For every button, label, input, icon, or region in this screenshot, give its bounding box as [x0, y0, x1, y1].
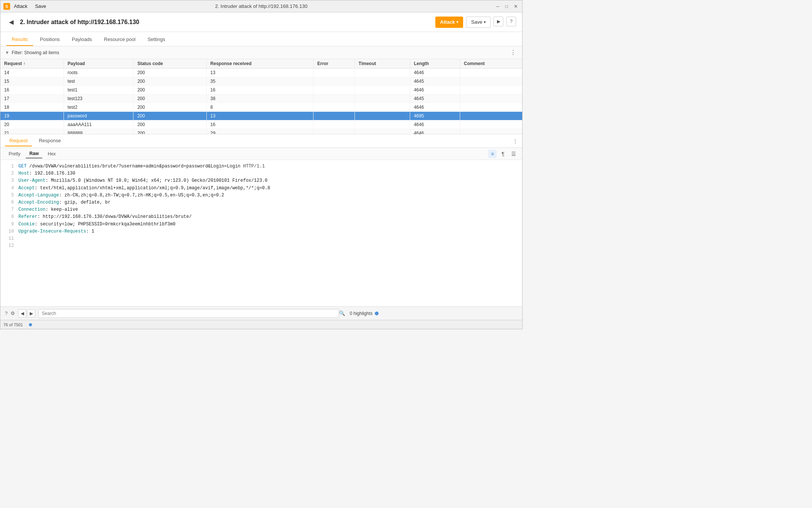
line-content: User-Agent: Mozilla/5.0 (Windows NT 10.0… [18, 177, 518, 184]
table-row[interactable]: 17test123200384645 [0, 94, 522, 103]
table-header-row: Request ↑ Payload Status code Response r… [0, 59, 522, 68]
cell-payload: aaaAAA111 [64, 120, 133, 129]
tab-request[interactable]: Request [5, 135, 32, 146]
status-indicator [29, 323, 32, 326]
table-row[interactable]: 18test220084646 [0, 103, 522, 112]
format-tab-pretty[interactable]: Pretty [5, 150, 24, 158]
search-icon[interactable]: 🔍 [339, 310, 345, 316]
format-tabs: Pretty Raw Hex ≡ ¶ ☰ [0, 148, 522, 160]
table-row[interactable]: 19password200134695 [0, 112, 522, 120]
cell-payload: roots [64, 68, 133, 77]
cell-error [314, 77, 355, 86]
cell-request: 16 [0, 86, 64, 94]
code-line: 4Accept: text/html,application/xhtml+xml… [5, 185, 518, 192]
cell-request: 18 [0, 103, 64, 112]
attack-button[interactable]: Attack ▾ [435, 17, 464, 28]
col-error[interactable]: Error [314, 59, 355, 68]
cell-timeout [354, 112, 410, 120]
table-row[interactable]: 20aaaAAA111200164646 [0, 120, 522, 129]
format-icon-group: ≡ ¶ ☰ [488, 150, 518, 158]
cell-status: 200 [133, 120, 206, 129]
cell-response: 13 [206, 68, 313, 77]
cell-payload: test2 [64, 103, 133, 112]
nav-back-button[interactable]: ◀ [18, 309, 26, 318]
cell-comment [460, 77, 523, 86]
maximize-button[interactable]: □ [503, 3, 510, 10]
line-number: 7 [5, 206, 14, 213]
format-tab-hex[interactable]: Hex [44, 150, 59, 158]
cell-comment [460, 129, 523, 135]
save-button[interactable]: Save ▾ [466, 17, 491, 28]
table-row[interactable]: 21888888200294646 [0, 129, 522, 135]
tab-results[interactable]: Results [6, 33, 33, 46]
col-request[interactable]: Request ↑ [0, 59, 64, 68]
col-status[interactable]: Status code [133, 59, 206, 68]
cell-timeout [354, 86, 410, 94]
cell-request: 19 [0, 112, 64, 120]
help-button[interactable]: ? [506, 17, 516, 26]
help-icon[interactable]: ? [5, 310, 8, 316]
table-body: 14roots20013464615test20035464516test120… [0, 68, 522, 135]
cell-error [314, 120, 355, 129]
cell-timeout [354, 120, 410, 129]
table-row[interactable]: 14roots200134646 [0, 68, 522, 77]
col-comment[interactable]: Comment [460, 59, 523, 68]
cell-length: 4646 [410, 86, 460, 94]
cell-request: 17 [0, 94, 64, 103]
cell-comment [460, 103, 523, 112]
table-row[interactable]: 16test1200164646 [0, 86, 522, 94]
cell-response: 29 [206, 129, 313, 135]
filter-icon: ▼ [5, 50, 9, 55]
window-controls: ─ □ ✕ [494, 3, 519, 10]
word-wrap-button[interactable]: ≡ [488, 150, 497, 158]
cell-comment [460, 86, 523, 94]
play-button[interactable]: ▶ [494, 17, 503, 26]
cell-length: 4646 [410, 103, 460, 112]
cell-response: 13 [206, 112, 313, 120]
col-response[interactable]: Response received [206, 59, 313, 68]
tab-resource-pool[interactable]: Resource pool [99, 33, 141, 46]
attack-dropdown-arrow: ▾ [456, 20, 458, 24]
tab-payloads[interactable]: Payloads [67, 33, 97, 46]
status-bar: 76 of 7501 [0, 320, 522, 329]
line-content: Accept-Language: zh-CN,zh;q=0.8,zh-TW;q=… [18, 192, 518, 199]
req-res-more-button[interactable]: ⋮ [513, 138, 518, 144]
cell-error [314, 112, 355, 120]
cell-comment [460, 120, 523, 129]
cell-length: 4646 [410, 129, 460, 135]
titlebar-menu: Attack Save [12, 3, 48, 10]
table-row[interactable]: 15test200354645 [0, 77, 522, 86]
tab-response[interactable]: Response [34, 135, 65, 146]
close-button[interactable]: ✕ [512, 3, 519, 10]
minimize-button[interactable]: ─ [494, 3, 501, 10]
tab-positions[interactable]: Positions [35, 33, 65, 46]
filter-more-button[interactable]: ⋮ [509, 49, 518, 56]
line-content [18, 242, 518, 249]
menu-save[interactable]: Save [33, 3, 48, 10]
line-content: Accept: text/html,application/xhtml+xml,… [18, 185, 518, 192]
code-line: 10Upgrade-Insecure-Requests: 1 [5, 228, 518, 235]
cell-timeout [354, 94, 410, 103]
code-line: 6Accept-Encoding: gzip, deflate, br [5, 199, 518, 206]
tab-settings[interactable]: Settings [142, 33, 170, 46]
cell-error [314, 103, 355, 112]
col-length[interactable]: Length [410, 59, 460, 68]
cell-response: 16 [206, 120, 313, 129]
cell-comment [460, 68, 523, 77]
titlebar: S Attack Save 2. Intruder attack of http… [0, 0, 522, 12]
menu-attack[interactable]: Attack [12, 3, 29, 10]
line-content [18, 235, 518, 242]
back-button[interactable]: ◀ [6, 17, 16, 27]
line-numbers-button[interactable]: ¶ [499, 150, 507, 158]
app-header: ◀ 2. Intruder attack of http://192.168.1… [0, 12, 522, 32]
settings-icon[interactable]: ⚙ [11, 310, 15, 316]
format-options-button[interactable]: ☰ [509, 150, 518, 158]
col-timeout[interactable]: Timeout [354, 59, 410, 68]
cell-payload: test123 [64, 94, 133, 103]
format-tab-raw[interactable]: Raw [26, 149, 42, 158]
cell-timeout [354, 77, 410, 86]
cell-timeout [354, 103, 410, 112]
col-payload[interactable]: Payload [64, 59, 133, 68]
nav-forward-button[interactable]: ▶ [27, 309, 35, 318]
search-input[interactable] [38, 309, 339, 318]
